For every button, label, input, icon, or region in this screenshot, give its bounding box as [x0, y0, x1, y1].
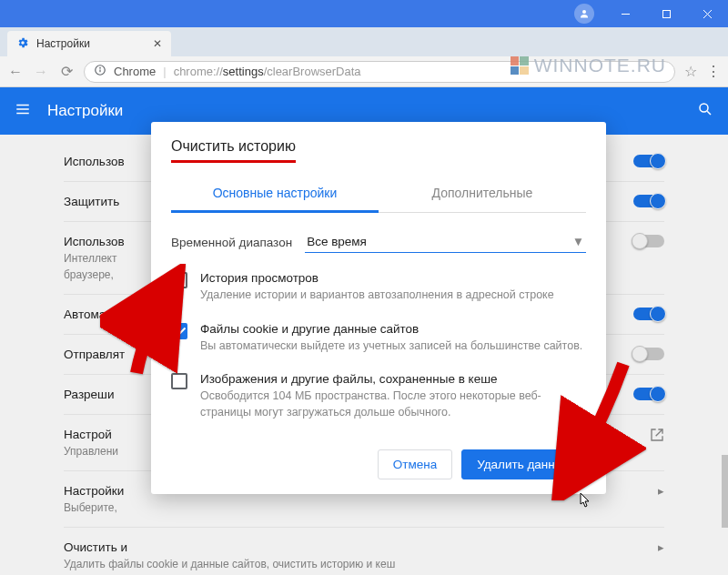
- dialog-title: Очистить историю: [171, 138, 296, 163]
- forward-icon[interactable]: →: [33, 64, 49, 80]
- checkbox[interactable]: [171, 373, 187, 389]
- clear-option[interactable]: История просмотровУдаление истории и вар…: [171, 262, 586, 313]
- watermark: WINNOTE.RU: [511, 55, 666, 76]
- back-icon[interactable]: ←: [7, 64, 24, 80]
- option-title: История просмотров: [200, 271, 554, 285]
- gear-icon: [16, 36, 29, 52]
- svg-rect-2: [663, 10, 671, 17]
- cancel-button[interactable]: Отмена: [378, 449, 452, 479]
- reload-icon[interactable]: ⟳: [58, 63, 75, 80]
- url-text: chrome://settings/clearBrowserData: [174, 65, 361, 78]
- clear-history-dialog: Очистить историю Основные настройки Допо…: [151, 122, 606, 494]
- info-icon: [94, 64, 106, 79]
- dropdown-arrow-icon: ▼: [572, 235, 584, 248]
- option-desc: Освободится 104 МБ пространства. После э…: [200, 388, 586, 420]
- close-tab-icon[interactable]: ✕: [153, 37, 162, 50]
- option-title: Изображения и другие файлы, сохраненные …: [200, 372, 586, 386]
- time-range-label: Временной диапазон: [171, 236, 292, 249]
- menu-dots-icon[interactable]: ⋮: [706, 63, 721, 80]
- time-range-row: Временной диапазон Все время ▼: [171, 213, 586, 262]
- clear-option[interactable]: Изображения и другие файлы, сохраненные …: [171, 363, 586, 429]
- maximize-button[interactable]: [646, 0, 687, 27]
- clear-data-button[interactable]: Удалить данные: [461, 449, 586, 479]
- tab-title: Настройки: [36, 37, 90, 50]
- svg-point-11: [700, 104, 708, 112]
- checkbox[interactable]: [171, 272, 187, 288]
- close-window-button[interactable]: [687, 0, 728, 27]
- svg-point-0: [582, 10, 586, 14]
- option-desc: Вы автоматически выйдете из учетных запи…: [200, 338, 582, 355]
- scrollbar-thumb[interactable]: [722, 455, 728, 528]
- clear-option[interactable]: Файлы cookie и другие данные сайтовВы ав…: [171, 313, 586, 364]
- url-scheme-label: Chrome: [114, 65, 156, 78]
- tab-basic[interactable]: Основные настройки: [171, 176, 379, 213]
- svg-line-12: [707, 111, 711, 115]
- search-icon[interactable]: [697, 101, 713, 121]
- tab-advanced[interactable]: Дополнительные: [379, 176, 586, 212]
- user-avatar-icon[interactable]: [574, 4, 594, 24]
- option-desc: Удаление истории и вариантов автозаполне…: [200, 288, 554, 304]
- checkbox[interactable]: [171, 323, 187, 339]
- settings-title: Настройки: [47, 102, 123, 120]
- hamburger-icon[interactable]: [15, 101, 31, 121]
- browser-tab[interactable]: Настройки ✕: [7, 31, 171, 56]
- svg-point-7: [100, 67, 101, 68]
- minimize-button[interactable]: [605, 0, 646, 27]
- time-range-select[interactable]: Все время ▼: [305, 231, 586, 253]
- window-titlebar: [0, 0, 728, 27]
- dialog-tabs: Основные настройки Дополнительные: [171, 176, 586, 213]
- browser-tab-strip: Настройки ✕: [0, 27, 728, 56]
- bookmark-star-icon[interactable]: ☆: [684, 63, 697, 80]
- dialog-actions: Отмена Удалить данные: [171, 449, 586, 479]
- option-title: Файлы cookie и другие данные сайтов: [200, 322, 582, 336]
